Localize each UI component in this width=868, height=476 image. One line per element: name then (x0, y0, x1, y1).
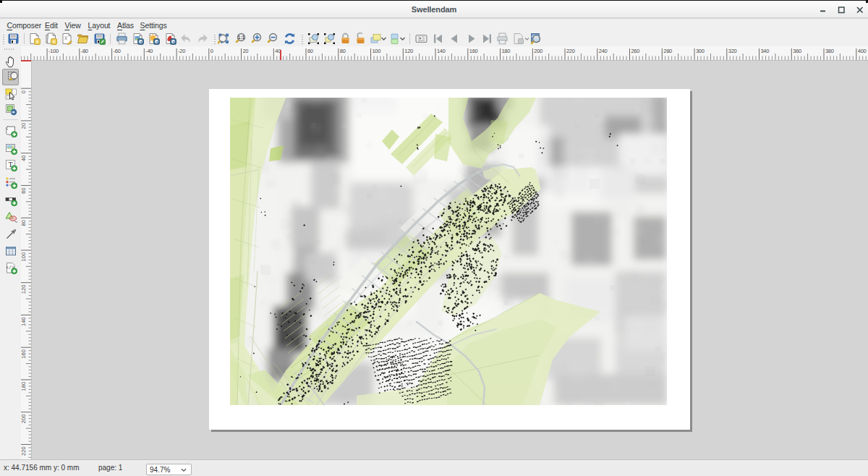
svg-text:280: 280 (663, 48, 672, 54)
svg-text:260: 260 (631, 48, 640, 54)
svg-text:220: 220 (566, 48, 575, 54)
svg-text:-20: -20 (178, 48, 185, 54)
svg-text:140: 140 (21, 317, 27, 326)
svg-text:-80: -80 (81, 48, 88, 54)
svg-text:20: 20 (21, 123, 27, 129)
svg-text:40: 40 (21, 156, 27, 161)
svg-text:120: 120 (21, 285, 27, 294)
svg-text:-100: -100 (48, 48, 59, 54)
svg-text:200: 200 (21, 415, 27, 424)
svg-text:0: 0 (210, 48, 213, 54)
svg-text:-60: -60 (114, 48, 121, 54)
svg-text:180: 180 (21, 382, 27, 391)
svg-text:360: 360 (793, 48, 801, 54)
svg-text:1:1: 1:1 (237, 35, 244, 40)
svg-text:120: 120 (404, 48, 413, 54)
svg-text:180: 180 (502, 48, 511, 54)
svg-text:0: 0 (21, 90, 27, 93)
svg-text:160: 160 (469, 48, 478, 54)
svg-text:20: 20 (243, 48, 249, 54)
svg-text:100: 100 (21, 252, 27, 262)
svg-text:200: 200 (534, 48, 542, 54)
svg-text:340: 340 (761, 48, 770, 54)
svg-text:220: 220 (21, 446, 27, 456)
svg-text:300: 300 (696, 48, 705, 54)
svg-text:380: 380 (825, 48, 834, 54)
svg-text:60: 60 (307, 48, 313, 54)
svg-text:80: 80 (340, 48, 346, 54)
svg-text:60: 60 (21, 187, 27, 193)
svg-text:320: 320 (728, 48, 737, 54)
svg-text:140: 140 (437, 48, 446, 54)
svg-text:40: 40 (275, 48, 281, 54)
svg-text:240: 240 (599, 48, 608, 54)
svg-text:400: 400 (858, 48, 867, 54)
svg-text:100: 100 (373, 48, 381, 54)
svg-text:80: 80 (21, 220, 27, 226)
svg-text:-40: -40 (145, 48, 153, 54)
svg-text:160: 160 (21, 349, 27, 359)
